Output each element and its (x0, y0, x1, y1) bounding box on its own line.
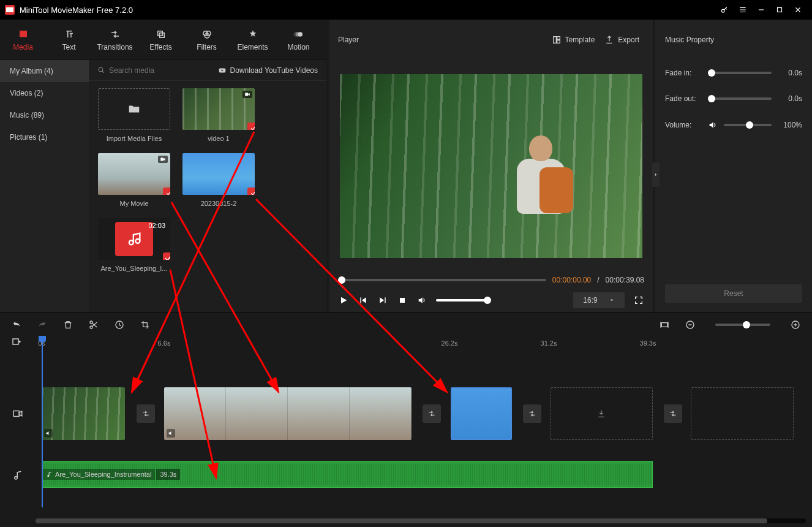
check-icon (163, 252, 170, 260)
zoom-slider[interactable] (715, 324, 770, 326)
preview-viewport[interactable] (340, 74, 642, 258)
check-icon (247, 188, 255, 195)
import-thumb[interactable] (98, 88, 170, 130)
minimize-button[interactable] (752, 1, 770, 19)
mymovie-label: My Movie (119, 200, 148, 207)
tab-motion-label: Motion (287, 43, 309, 51)
fullscreen-button[interactable] (633, 295, 644, 306)
volume-slider[interactable] (436, 299, 491, 301)
tab-media[interactable]: Media (0, 20, 46, 59)
media-icon (17, 28, 29, 40)
next-frame-button[interactable] (377, 295, 388, 306)
search-input[interactable] (109, 66, 182, 75)
fadeout-slider[interactable] (708, 97, 772, 100)
timeline-drop-slot[interactable] (691, 387, 794, 440)
sidebar-item-videos[interactable]: Videos (2) (0, 82, 89, 104)
video1-thumb[interactable] (182, 88, 255, 130)
zoom-out-button[interactable] (685, 319, 696, 330)
media-item-audio[interactable]: 02:03 Are_You_Sleeping_I... (97, 218, 171, 272)
speed-button[interactable] (114, 319, 125, 330)
transitions-icon (109, 28, 121, 40)
fadein-slider[interactable] (708, 72, 772, 74)
audio-thumb[interactable]: 02:03 (98, 218, 170, 260)
add-track-button[interactable] (11, 337, 24, 351)
media-item-mymovie[interactable]: My Movie (97, 153, 171, 207)
sidebar-item-pictures[interactable]: Pictures (1) (0, 126, 89, 148)
reset-button[interactable]: Reset (665, 284, 802, 303)
tab-elements[interactable]: Elements (230, 20, 276, 59)
transition-slot[interactable] (664, 404, 682, 423)
ruler-mark: 31.2s (541, 339, 557, 347)
svg-rect-22 (360, 297, 361, 303)
youtube-icon (218, 66, 227, 75)
close-button[interactable] (789, 1, 807, 19)
timeline-clip-mymovie[interactable] (164, 387, 412, 440)
crop-button[interactable] (140, 319, 151, 330)
volume-button[interactable] (416, 295, 427, 306)
undo-button[interactable] (11, 319, 22, 330)
sidebar-item-myalbum[interactable]: My Album (4) (0, 60, 89, 82)
video-track-lane[interactable] (36, 387, 812, 440)
import-media-item[interactable]: Import Media Files (97, 88, 171, 142)
timeline-clip-clip2[interactable] (451, 387, 512, 440)
redo-button[interactable] (37, 319, 48, 330)
tab-transitions[interactable]: Transitions (92, 20, 138, 59)
music-note-icon (115, 222, 153, 256)
transition-slot[interactable] (423, 404, 441, 423)
export-button[interactable]: Export (600, 32, 644, 47)
volume-prop-slider[interactable] (724, 124, 772, 126)
clip2-label: 20230815-2 (201, 200, 237, 207)
timeline-scrollbar[interactable] (36, 518, 806, 523)
expand-panel-button[interactable] (652, 162, 660, 187)
folder-icon (127, 102, 141, 116)
svg-rect-24 (400, 298, 405, 303)
aspect-ratio-select[interactable]: 16:9 (573, 292, 625, 308)
titlebar: MiniTool MovieMaker Free 7.2.0 (0, 0, 812, 20)
zoom-in-button[interactable] (790, 319, 801, 330)
timeline-clip-video1[interactable] (42, 387, 125, 440)
app-title: MiniTool MovieMaker Free 7.2.0 (20, 6, 133, 15)
delete-button[interactable] (62, 319, 73, 330)
tab-effects[interactable]: Effects (138, 20, 184, 59)
timeline[interactable]: 0s 6.6s 26.2s 31.2s 39.3s Are_You_Slee (0, 336, 812, 526)
tab-text[interactable]: Text (46, 20, 92, 59)
speaker-icon[interactable] (708, 120, 718, 130)
media-item-video1[interactable]: video 1 (182, 88, 255, 142)
tab-motion[interactable]: Motion (276, 20, 321, 59)
svg-rect-16 (160, 158, 164, 161)
audio-clip-duration: 39.3s (156, 469, 180, 480)
menu-icon[interactable] (734, 1, 752, 19)
prev-frame-button[interactable] (358, 295, 369, 306)
clip2-thumb[interactable] (182, 153, 255, 195)
svg-point-13 (99, 67, 103, 72)
timeline-ruler[interactable]: 0s 6.6s 26.2s 31.2s 39.3s (36, 336, 812, 354)
mymovie-thumb[interactable] (98, 153, 170, 195)
svg-rect-28 (661, 322, 667, 327)
fit-button[interactable] (659, 319, 670, 330)
transition-slot[interactable] (137, 404, 155, 423)
playhead[interactable] (42, 336, 43, 507)
transition-slot[interactable] (523, 404, 541, 423)
sidebar-item-music[interactable]: Music (89) (0, 104, 89, 126)
split-button[interactable] (88, 319, 99, 330)
audio-track-icon (0, 470, 36, 481)
media-item-clip2[interactable]: 20230815-2 (182, 153, 255, 207)
key-icon[interactable] (715, 1, 734, 19)
template-icon (552, 35, 562, 45)
import-label: Import Media Files (107, 135, 162, 142)
ruler-mark: 39.3s (640, 339, 656, 347)
play-button[interactable] (338, 295, 349, 306)
check-icon (163, 188, 170, 195)
stop-button[interactable] (397, 295, 408, 306)
tab-filters[interactable]: Filters (184, 20, 230, 59)
tab-transitions-label: Transitions (97, 43, 132, 51)
template-button[interactable]: Template (547, 32, 600, 47)
seek-slider[interactable] (338, 279, 546, 281)
svg-rect-0 (6, 7, 13, 12)
audio-track-lane[interactable]: Are_You_Sleeping_Instrumental 39.3s (36, 461, 812, 490)
maximize-button[interactable] (770, 1, 789, 19)
timeline-audio-clip[interactable]: Are_You_Sleeping_Instrumental 39.3s (42, 461, 653, 488)
download-youtube-link[interactable]: Download YouTube Videos (218, 66, 318, 75)
timeline-drop-slot[interactable] (550, 387, 653, 440)
svg-rect-21 (557, 40, 560, 44)
